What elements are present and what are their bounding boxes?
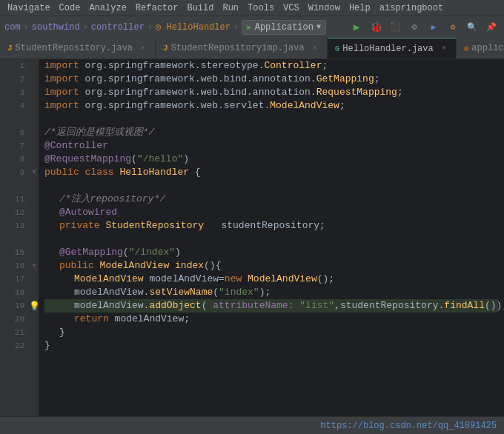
run-icon: ▶: [247, 22, 252, 32]
tab-close[interactable]: ×: [139, 44, 147, 53]
tab-studentrepositoryimp[interactable]: J StudentRepositoryimp.java ×: [156, 38, 328, 59]
breadcrumb-hellohandler: ◎ HelloHandler: [156, 21, 231, 33]
code-line-13: private StudentRepository studentReposit…: [44, 219, 498, 233]
menu-bar: Navigate Code Analyze Refactor Build Run…: [0, 0, 504, 16]
menu-refactor[interactable]: Refactor: [131, 1, 183, 15]
line-10: [10, 179, 24, 193]
pin-button[interactable]: 📌: [483, 19, 500, 36]
line-1: 1: [10, 59, 24, 73]
line-5: [10, 113, 24, 126]
tab-label2: StudentRepositoryimp.java: [171, 43, 305, 53]
coverage-button[interactable]: ▶: [425, 19, 442, 36]
run-config[interactable]: ▶ Application ▼: [242, 20, 326, 35]
menu-window[interactable]: Window: [304, 1, 345, 15]
code-line-21: }: [44, 326, 498, 339]
code-line-18: modelAndView.setViewName("index");: [44, 286, 498, 299]
line-18: 18: [10, 286, 24, 299]
code-line-10: [44, 179, 498, 193]
code-line-19: modelAndView.addObject( attributeName: "…: [44, 299, 498, 313]
line-2: 2: [10, 73, 24, 86]
profile-button[interactable]: ⚙: [445, 19, 461, 36]
fold-method-start[interactable]: ▼: [30, 259, 39, 273]
line-21: 21: [10, 326, 24, 339]
tab-studentrepository[interactable]: J StudentRepository.java ×: [0, 38, 156, 59]
status-bar: https://blog.csdn.net/qq_41891425: [0, 416, 504, 434]
search-button[interactable]: 🔍: [464, 19, 480, 36]
code-line-4: import org.springframework.web.servlet.M…: [44, 99, 498, 113]
menu-project[interactable]: aispringboot: [375, 1, 448, 15]
line-22: 22: [10, 339, 24, 353]
line-17: 17: [10, 273, 24, 286]
bulb-line: 💡: [30, 299, 39, 313]
line-16: 16: [10, 259, 24, 273]
line-gutter: 1 2 3 4 6 7 8 9 11 12 13 15 16 17 18 19 …: [0, 59, 30, 416]
tab-hellohandler[interactable]: G HelloHandler.java ×: [328, 38, 457, 59]
menu-run[interactable]: Run: [218, 1, 243, 15]
line-9: 9: [10, 166, 24, 179]
code-line-9: public class HelloHandler {: [44, 166, 498, 179]
breadcrumb-southwind: southwind: [32, 22, 80, 33]
tab-label3: HelloHandler.java: [342, 44, 433, 54]
line-3: 3: [10, 86, 24, 99]
tab-icon-g: G: [335, 44, 340, 53]
line-13: 13: [10, 219, 24, 233]
line-15: 15: [10, 246, 24, 259]
tab-close2[interactable]: ×: [311, 44, 319, 53]
code-line-1: import org.springframework.stereotype.Co…: [44, 59, 498, 73]
tab-icon-java2: J: [163, 44, 168, 53]
fold-class-start[interactable]: ▼: [30, 166, 39, 179]
line-8: 8: [10, 153, 24, 166]
code-line-22: }: [44, 339, 498, 353]
run-config-arrow: ▼: [316, 23, 321, 31]
code-line-3: import org.springframework.web.bind.anno…: [44, 86, 498, 99]
code-line-17: ModelAndView modelAndView=new ModelAndVi…: [44, 273, 498, 286]
toolbar: com › southwind › controller › ◎ HelloHa…: [0, 16, 504, 39]
menu-build[interactable]: Build: [182, 1, 218, 15]
line-12: 12: [10, 206, 24, 219]
settings-button[interactable]: ⚙: [406, 19, 422, 36]
line-7: 7: [10, 139, 24, 153]
tab-icon-java: J: [7, 44, 13, 53]
tab-applicationyml[interactable]: ⚙ application.yml ×: [457, 38, 504, 59]
line-4: 4: [10, 99, 24, 113]
run-config-label: Application: [255, 22, 314, 33]
breadcrumb-controller: controller: [91, 22, 145, 33]
run-button[interactable]: ▶: [348, 19, 365, 36]
stop-button[interactable]: ⬛: [387, 19, 403, 36]
fold-indicators: ▼ ▼ 💡: [30, 59, 39, 416]
code-line-14: [44, 233, 498, 246]
line-6: 6: [10, 126, 24, 139]
code-line-12: @Autowired: [44, 206, 498, 219]
code-line-16: public ModelAndView index(){: [44, 259, 498, 273]
code-line-8: @RequestMapping("/hello"): [44, 153, 498, 166]
line-11: 11: [10, 193, 24, 206]
code-content[interactable]: import org.springframework.stereotype.Co…: [39, 59, 504, 416]
code-line-11: /*注入repoository*/: [44, 193, 498, 206]
line-14: [10, 233, 24, 246]
tab-icon-yml: ⚙: [464, 44, 469, 53]
code-line-5: [44, 113, 498, 126]
code-line-7: @Controller: [44, 139, 498, 153]
tab-label: StudentRepository.java: [16, 43, 133, 53]
code-line-2: import org.springframework.web.bind.anno…: [44, 73, 498, 86]
menu-navigate[interactable]: Navigate: [3, 1, 55, 15]
code-line-15: @GetMapping("/index"): [44, 246, 498, 259]
editor: 1 2 3 4 6 7 8 9 11 12 13 15 16 17 18 19 …: [0, 59, 504, 416]
menu-code[interactable]: Code: [55, 1, 85, 15]
line-19: 19: [10, 299, 24, 313]
code-line-6: /*返回的是模型或视图*/: [44, 126, 498, 139]
status-url: https://blog.csdn.net/qq_41891425: [320, 421, 497, 431]
line-20: 20: [10, 313, 24, 326]
tab-close3[interactable]: ×: [440, 44, 448, 53]
menu-analyze[interactable]: Analyze: [84, 1, 130, 15]
menu-tools[interactable]: Tools: [243, 1, 279, 15]
menu-vcs[interactable]: VCS: [279, 1, 304, 15]
tab-label4: application.yml: [471, 43, 504, 53]
tabs-bar: J StudentRepository.java × J StudentRepo…: [0, 39, 504, 59]
breadcrumb: com › southwind › controller › ◎ HelloHa…: [4, 20, 326, 35]
breadcrumb-com: com: [4, 22, 21, 33]
code-line-20: return modelAndView;: [44, 313, 498, 326]
menu-help[interactable]: Help: [345, 1, 375, 15]
debug-button[interactable]: 🐞: [368, 19, 384, 36]
